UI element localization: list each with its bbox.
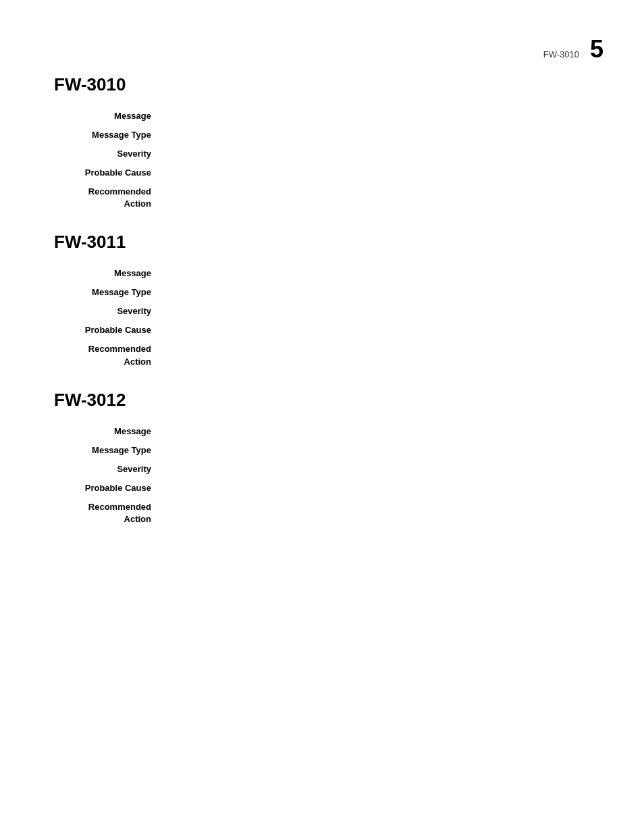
label-probable-cause-fw3012: Probable Cause [68, 482, 162, 496]
entry-fw3011: FW-3011 Message Message Type Severity Pr… [54, 232, 603, 367]
field-probable-cause-fw3010: Probable Cause [68, 167, 603, 180]
label-recommended-action-fw3010: RecommendedAction [68, 186, 162, 210]
field-message-fw3012: Message [68, 425, 603, 439]
value-recommended-action-fw3011 [162, 343, 603, 367]
value-message-fw3011 [162, 267, 603, 281]
field-message-fw3011: Message [68, 267, 603, 281]
value-severity-fw3012 [162, 463, 603, 477]
value-severity-fw3011 [162, 305, 603, 319]
page-number: 5 [590, 35, 603, 63]
label-message-type-fw3012: Message Type [68, 444, 162, 458]
field-recommended-action-fw3010: RecommendedAction [68, 186, 603, 210]
value-message-type-fw3010 [162, 129, 603, 142]
label-recommended-action-fw3012: RecommendedAction [68, 501, 162, 525]
field-probable-cause-fw3011: Probable Cause [68, 324, 603, 338]
field-message-fw3010: Message [68, 110, 603, 124]
entry-fields-fw3010: Message Message Type Severity Probable C… [68, 110, 603, 210]
field-severity-fw3010: Severity [68, 148, 603, 161]
value-message-fw3010 [162, 110, 603, 124]
entry-title-fw3010: FW-3010 [54, 74, 603, 95]
entry-fw3010: FW-3010 Message Message Type Severity Pr… [54, 74, 603, 210]
value-recommended-action-fw3012 [162, 501, 603, 525]
value-recommended-action-fw3010 [162, 186, 603, 210]
entry-fw3012: FW-3012 Message Message Type Severity Pr… [54, 390, 603, 525]
label-message-type-fw3011: Message Type [68, 286, 162, 300]
label-message-fw3010: Message [68, 110, 162, 124]
value-message-fw3012 [162, 425, 603, 439]
value-message-type-fw3011 [162, 286, 603, 300]
value-severity-fw3010 [162, 148, 603, 161]
field-message-type-fw3012: Message Type [68, 444, 603, 458]
field-recommended-action-fw3011: RecommendedAction [68, 343, 603, 367]
label-message-fw3012: Message [68, 425, 162, 439]
value-probable-cause-fw3012 [162, 482, 603, 496]
value-probable-cause-fw3010 [162, 167, 603, 180]
label-severity-fw3011: Severity [68, 305, 162, 319]
page-content: FW-3010 Message Message Type Severity Pr… [0, 0, 644, 588]
label-recommended-action-fw3011: RecommendedAction [68, 343, 162, 367]
entry-title-fw3011: FW-3011 [54, 232, 603, 253]
field-message-type-fw3011: Message Type [68, 286, 603, 300]
entry-fields-fw3011: Message Message Type Severity Probable C… [68, 267, 603, 367]
entry-title-fw3012: FW-3012 [54, 390, 603, 411]
label-probable-cause-fw3011: Probable Cause [68, 324, 162, 338]
header-code: FW-3010 [543, 49, 579, 59]
page-header: FW-3010 5 [543, 35, 603, 63]
label-severity-fw3010: Severity [68, 148, 162, 161]
field-severity-fw3012: Severity [68, 463, 603, 477]
value-message-type-fw3012 [162, 444, 603, 458]
label-severity-fw3012: Severity [68, 463, 162, 477]
field-severity-fw3011: Severity [68, 305, 603, 319]
label-message-fw3011: Message [68, 267, 162, 281]
field-probable-cause-fw3012: Probable Cause [68, 482, 603, 496]
label-message-type-fw3010: Message Type [68, 129, 162, 142]
label-probable-cause-fw3010: Probable Cause [68, 167, 162, 180]
field-recommended-action-fw3012: RecommendedAction [68, 501, 603, 525]
field-message-type-fw3010: Message Type [68, 129, 603, 142]
value-probable-cause-fw3011 [162, 324, 603, 338]
entry-fields-fw3012: Message Message Type Severity Probable C… [68, 425, 603, 525]
